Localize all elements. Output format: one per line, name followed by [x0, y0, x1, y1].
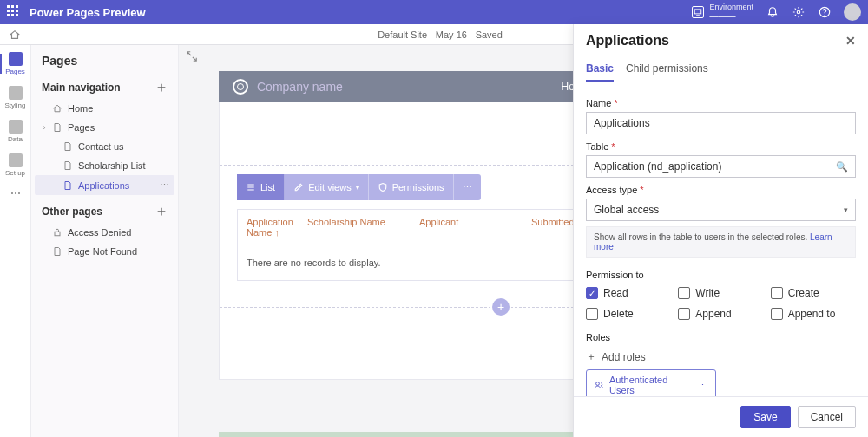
svg-rect-3: [55, 232, 60, 236]
page-icon: [62, 141, 73, 152]
expand-icon[interactable]: ›: [40, 123, 49, 132]
toolbar-edit-views-button[interactable]: Edit views ▾: [285, 174, 369, 200]
help-icon[interactable]: [818, 5, 832, 19]
tab-child-permissions[interactable]: Child permissions: [626, 57, 708, 82]
perm-create[interactable]: Create: [771, 287, 856, 299]
add-section-button[interactable]: +: [492, 298, 510, 316]
page-icon: [52, 246, 62, 257]
ellipsis-icon: ⋯: [463, 182, 472, 193]
tab-basic[interactable]: Basic: [586, 57, 614, 82]
checkbox-icon: [771, 308, 783, 320]
company-name[interactable]: Company name: [257, 80, 343, 94]
rail-setup[interactable]: Set up: [0, 150, 31, 180]
perm-write[interactable]: Write: [678, 287, 763, 299]
settings-icon[interactable]: [792, 5, 806, 19]
tree-item-scholarship-list[interactable]: Scholarship List: [35, 156, 174, 175]
setup-icon: [9, 153, 23, 167]
checkbox-icon: [771, 287, 783, 299]
add-main-page-icon[interactable]: [155, 82, 168, 94]
svg-rect-0: [695, 10, 702, 14]
table-label: Table: [586, 141, 856, 152]
page-icon: [52, 122, 62, 133]
rail-more-icon[interactable]: ⋯: [10, 187, 21, 199]
expand-canvas-icon[interactable]: [186, 50, 198, 62]
tree-item-access-denied[interactable]: Access Denied: [35, 223, 174, 242]
add-roles-button[interactable]: ＋ Add roles: [586, 349, 856, 364]
rail-styling[interactable]: Styling: [0, 82, 31, 113]
checkbox-icon: [678, 308, 690, 320]
roles-label: Roles: [586, 332, 856, 342]
tree-item-contact-us[interactable]: Contact us: [35, 137, 174, 156]
tree-item-applications[interactable]: Applications ⋯: [35, 175, 174, 195]
environment-label: Environment: [709, 3, 753, 12]
checkbox-icon: [678, 287, 690, 299]
name-input[interactable]: [586, 112, 856, 134]
user-avatar[interactable]: [844, 3, 861, 21]
roles-icon: [594, 380, 604, 390]
left-rail: Pages Styling Data Set up ⋯: [0, 45, 31, 437]
col-application-name[interactable]: Application Name ↑: [247, 217, 307, 238]
other-pages-label: Other pages: [42, 205, 102, 218]
page-icon: [62, 180, 73, 191]
svg-point-1: [797, 10, 800, 14]
save-button[interactable]: Save: [740, 406, 790, 428]
perm-delete[interactable]: Delete: [586, 308, 671, 320]
checkbox-icon: [586, 308, 598, 320]
col-scholarship-name[interactable]: Scholarship Name: [307, 217, 419, 238]
home-icon[interactable]: [9, 29, 21, 41]
edit-icon: [293, 182, 304, 192]
checkbox-checked-icon: ✓: [586, 287, 598, 299]
role-more-icon[interactable]: ⋮: [698, 380, 708, 391]
pages-panel-title: Pages: [31, 45, 178, 76]
table-lookup[interactable]: Application (nd_application) 🔍: [586, 155, 856, 178]
site-saved-status: Default Site - May 16 - Saved: [378, 29, 503, 40]
close-icon[interactable]: ✕: [845, 34, 856, 48]
site-logo-icon[interactable]: [233, 79, 248, 95]
data-icon: [9, 120, 23, 134]
toolbar-list-button[interactable]: List: [237, 174, 285, 200]
perm-append[interactable]: Append: [678, 308, 763, 320]
chevron-down-icon: ▾: [356, 184, 359, 192]
toolbar-permissions-button[interactable]: Permissions: [369, 174, 454, 200]
svg-point-4: [596, 382, 600, 386]
environment-picker[interactable]: Environment ———: [692, 3, 753, 22]
tree-item-home[interactable]: Home: [35, 99, 174, 118]
search-icon: 🔍: [836, 161, 848, 173]
role-authenticated-users[interactable]: Authenticated Users ⋮: [586, 369, 716, 396]
col-applicant[interactable]: Applicant: [419, 217, 531, 238]
access-type-label: Access type: [586, 185, 856, 195]
tree-item-pages[interactable]: › Pages: [35, 118, 174, 137]
environment-name: ———: [709, 11, 735, 21]
sort-asc-icon: ↑: [274, 227, 279, 238]
cancel-button[interactable]: Cancel: [798, 406, 856, 428]
global-header: Power Pages Preview Environment ———: [0, 0, 868, 24]
add-other-page-icon[interactable]: [155, 205, 168, 218]
plus-icon: ＋: [586, 349, 596, 364]
access-type-select[interactable]: Global access ▾: [586, 199, 856, 221]
pages-icon: [9, 52, 23, 66]
chevron-down-icon: ▾: [844, 205, 848, 214]
lock-icon: [52, 227, 62, 238]
home-page-icon: [52, 103, 62, 114]
name-label: Name: [586, 98, 856, 108]
app-launcher-icon[interactable]: [7, 5, 21, 19]
panel-title: Applications: [586, 33, 669, 49]
notifications-icon[interactable]: [766, 5, 779, 19]
permission-to-label: Permission to: [586, 270, 856, 280]
list-icon: [246, 182, 256, 192]
rail-pages[interactable]: Pages: [0, 49, 31, 79]
pages-panel: Pages Main navigation Home › Pages Conta…: [31, 45, 179, 437]
list-toolbar: List Edit views ▾ Permissions ⋯: [237, 174, 481, 200]
styling-icon: [9, 86, 23, 100]
tree-item-page-not-found[interactable]: Page Not Found: [35, 242, 174, 261]
tree-item-more-icon[interactable]: ⋯: [160, 179, 169, 191]
product-name: Power Pages Preview: [30, 6, 146, 19]
access-info: Show all rows in the table to users in t…: [586, 226, 856, 258]
permissions-panel: Applications ✕ Basic Child permissions N…: [573, 24, 868, 437]
main-navigation-label: Main navigation: [42, 82, 121, 94]
shield-icon: [378, 182, 388, 192]
toolbar-more-button[interactable]: ⋯: [454, 174, 481, 200]
rail-data[interactable]: Data: [0, 116, 31, 147]
perm-append-to[interactable]: Append to: [771, 308, 856, 320]
perm-read[interactable]: ✓Read: [586, 287, 671, 299]
